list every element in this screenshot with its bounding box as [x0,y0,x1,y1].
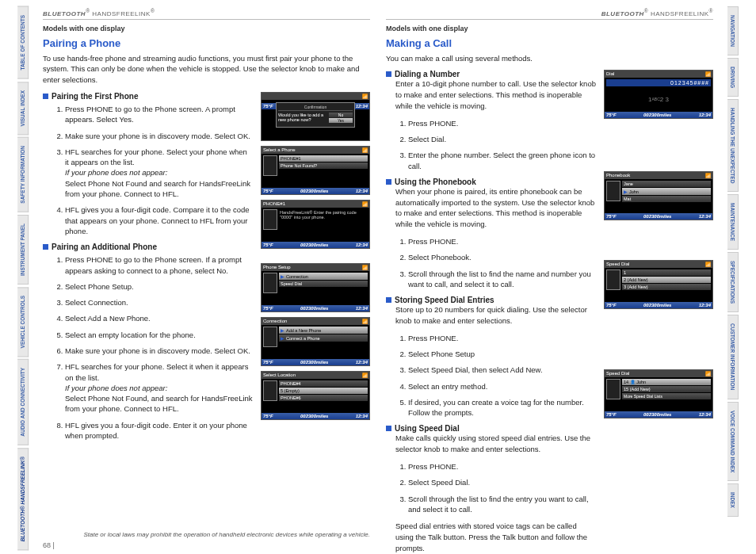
sd-li2: Select Phone Setup [408,349,596,359]
screen-select-location: Select Location📶 PHONE#4 5 (Empty) PHONE… [261,371,370,420]
screen-dial: Dial📶 012345#### 1 ABC 2 3 75°F002300mil… [604,70,713,119]
usd-li2: Select Speed Dial. [408,477,596,487]
s2-li8: HFL gives you a four-digit code. Enter i… [65,420,253,441]
tab-safety[interactable]: SAFETY INFORMATION [17,137,29,212]
s1-li2: Make sure your phone is in discovery mod… [65,131,253,141]
bullet-icon [386,71,391,77]
models-subhead-right: Models with one display [386,25,713,32]
bullet-icon [386,297,391,303]
dialing-title: Dialing a Number [386,70,596,78]
page-header-right: BLUETOOTH® HANDSFREELINK® [386,8,713,20]
sd-li1: Press PHONE. [408,333,596,343]
phonebook-body: When your phone is paired, its entire ph… [395,186,596,230]
tab-visual-index[interactable]: VISUAL INDEX [17,82,29,135]
using-sd-body: Make calls quickly using stored speed di… [395,433,596,455]
d-li1: Press PHONE. [408,118,596,128]
s2-li7: HFL searches for your phone. Select it w… [65,361,253,414]
s1-li1: Press PHONE to go to the Phone screen. A… [65,104,253,125]
bullet-icon [43,244,48,250]
screen-speed-dial-add: Speed Dial📶 1 2 (Add New) 3 (Add New) 75… [604,260,713,309]
tab-customer-info[interactable]: CUSTOMER INFORMATION [727,315,739,399]
phonebook-title: Using the Phonebook [386,178,596,186]
page-header-left: BLUETOOTH® HANDSFREELINK® [43,8,370,20]
pairing-title: Pairing a Phone [43,37,370,49]
sd-li4: Select an entry method. [408,381,596,392]
storing-sd-title: Storing Speed Dial Entries [386,296,596,304]
s1-li4: HFL gives you a four-digit code. Compare… [65,204,253,236]
tab-audio[interactable]: AUDIO AND CONNECTIVITY [17,359,29,445]
usd-li3: Scroll through the list to find the entr… [408,494,596,515]
bullet-icon [386,179,391,185]
tab-index[interactable]: INDEX [727,483,739,517]
s2-li5: Select an empty location for the phone. [65,330,253,340]
tab-navigation[interactable]: NAVIGATION [727,6,739,55]
bullet-icon [43,94,48,99]
making-call-title: Making a Call [386,37,713,49]
p-li3: Scroll through the list to find the name… [408,269,596,290]
page-68: BLUETOOTH® HANDSFREELINK® Models with on… [43,8,370,549]
right-tab-strip: NAVIGATION DRIVING HANDLING THE UNEXPECT… [727,0,756,554]
left-tab-strip: TABLE OF CONTENTS VISUAL INDEX SAFETY IN… [0,0,29,554]
s2-li1: Press PHONE to go to the Phone screen. I… [65,254,253,276]
pairing-first-title: Pairing the First Phone [43,92,253,101]
screen-pairing-code: PHONE#1📶 HandsFreeLink® Enter the pairin… [261,200,370,249]
pairing-additional-title: Pairing an Additional Phone [43,243,253,251]
dialing-body: Enter a 10-digit phone number to call. U… [395,78,596,111]
pairing-first-list: Press PHONE to go to the Phone screen. A… [65,104,253,236]
screen-phonebook: Phonebook📶 Jane ▶John Mat 75°F002300mile… [604,171,713,220]
d-li3: Enter the phone number. Select the green… [408,150,596,171]
using-sd-title: Using Speed Dial [386,424,596,433]
p-li1: Press PHONE. [408,236,596,246]
making-call-intro: You can make a call using several method… [386,53,713,64]
outro: Speed dial entries with stored voice tag… [395,521,596,553]
models-subhead-left: Models with one display [43,25,370,32]
pairing-additional-list: Press PHONE to go to the Phone screen. I… [65,254,253,441]
tab-voice-command[interactable]: VOICE COMMAND INDEX [727,402,739,481]
tab-instrument[interactable]: INSTRUMENT PANEL [17,215,29,285]
screen-phone-setup: Phone Setup📶 ▶Connection Speed Dial 75°F… [261,263,370,312]
screen-connection: Connection📶 ▶Add a New Phone ▶Connect a … [261,317,370,366]
p-li2: Select Phonebook. [408,252,596,262]
screen-select-phone: Select a Phone📶 PHONE#1 Phone Not Found?… [261,146,370,195]
tab-specifications[interactable]: SPECIFICATIONS [727,252,739,312]
tab-maintenance[interactable]: MAINTENANCE [727,194,739,250]
pairing-intro: To use hands-free phone and streaming au… [43,53,370,86]
s2-li2: Select Phone Setup. [65,281,253,292]
screen-confirmation: 📶 Confirmation Would you like to add a n… [261,92,370,141]
usd-li1: Press PHONE. [408,461,596,472]
page-num-68: 68 | [43,541,370,549]
tab-handling[interactable]: HANDLING THE UNEXPECTED [727,99,739,192]
s1-li3: HFL searches for your phone. Select your… [65,147,253,199]
page-69: BLUETOOTH® HANDSFREELINK® Models with on… [386,8,713,549]
bullet-icon [386,426,391,431]
footnote: State or local laws may prohibit the ope… [43,526,370,538]
tab-bluetooth[interactable]: BLUETOOTH® HANDSFREELINK® [17,448,29,550]
sd-li5: If desired, you can create a voice tag f… [408,397,596,418]
s2-li3: Select Connection. [65,297,253,308]
d-li2: Select Dial. [408,134,596,144]
storing-sd-body: Store up to 20 numbers for quick dialing… [395,304,596,327]
s2-li4: Select Add a New Phone. [65,313,253,323]
screen-speed-dial-use: Speed Dial📶 14 👤 John 15 (Add New) More … [604,369,713,418]
tab-driving[interactable]: DRIVING [727,58,739,97]
s2-li6: Make sure your phone is in discovery mod… [65,346,253,356]
tab-vehicle-controls[interactable]: VEHICLE CONTROLS [17,287,29,357]
sd-li3: Select Speed Dial, then select Add New. [408,365,596,375]
tab-toc[interactable]: TABLE OF CONTENTS [17,6,29,79]
